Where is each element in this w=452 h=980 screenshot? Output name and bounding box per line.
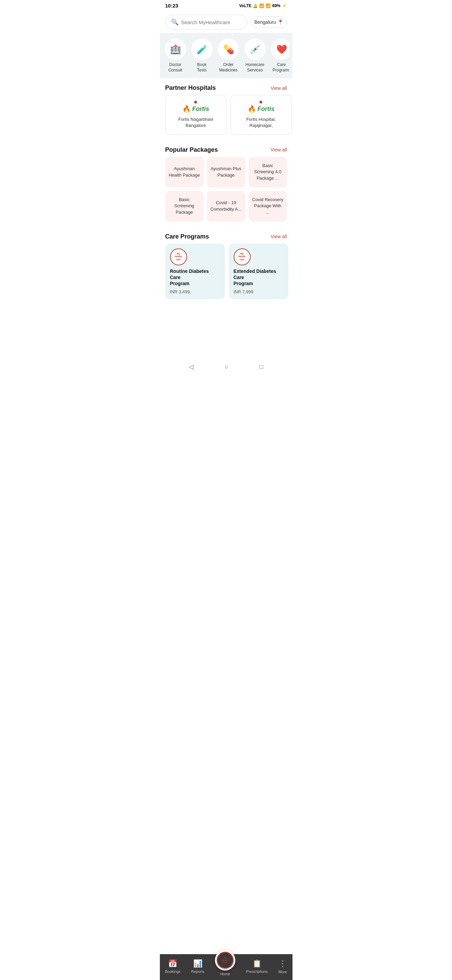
homecare-label: HomecareServices (246, 62, 264, 73)
fortis-brand-1: 🔥 Fortis (182, 105, 209, 113)
location-text: Bengaluru (254, 19, 276, 25)
care-title-routine: Routine Diabetes CareProgram (170, 268, 220, 287)
care-price-extended: INR 7,999 (234, 289, 284, 294)
search-box[interactable]: 🔍 (165, 14, 247, 30)
service-homecare[interactable]: 💉 HomecareServices (243, 38, 267, 73)
care-programs-label: CarePrograms (273, 62, 289, 73)
fortis-text-1: Fortis (192, 105, 209, 113)
system-nav: ◁ ○ □ (160, 359, 292, 377)
hospital-name-2: Fortis Hospital,Rajajinagar, (246, 116, 276, 129)
fortis-brand-2: 🔥 Fortis (247, 105, 274, 113)
popular-packages-view-all[interactable]: View all (271, 147, 287, 153)
hospital-card-fortis-rajajinagar[interactable]: 🔥 Fortis Fortis Hospital,Rajajinagar, (231, 95, 292, 134)
service-doctor-consult[interactable]: 🏥 DoctorConsult (163, 38, 188, 73)
sim-icon: VoLTE (239, 3, 251, 8)
hospitals-scroll: 🔥 Fortis Fortis NagarbhaviBangalore 🔥 Fo… (160, 95, 292, 140)
doctor-consult-label: DoctorConsult (168, 62, 182, 73)
service-order-medicines[interactable]: 💊 OrderMedicines (216, 38, 241, 73)
location-button[interactable]: Bengaluru 📍 (251, 16, 287, 28)
package-name-ayushman-health: AyushmanHealth Package (169, 166, 200, 178)
package-ayushman-health[interactable]: AyushmanHealth Package (165, 157, 204, 188)
fortis-dot-2 (260, 101, 262, 103)
partner-hospitals-title: Partner Hospitals (165, 84, 216, 92)
battery-level: 69% (272, 3, 280, 8)
search-input[interactable] (181, 19, 241, 25)
search-area: 🔍 Bengaluru 📍 (160, 11, 292, 33)
battery-icon: ⚡ (282, 3, 287, 8)
homecare-icon: 💉 (244, 38, 266, 60)
package-covid-19[interactable]: Covid - 19Comorbidity A... (207, 191, 245, 221)
fortis-flame-1: 🔥 (182, 105, 191, 113)
service-care-programs[interactable]: ❤️ CarePrograms (270, 38, 289, 73)
package-basic-screening-40[interactable]: Basic Screening 4.0 Package ... (249, 157, 287, 188)
care-programs-icon: ❤️ (271, 38, 289, 60)
status-icons: VoLTE 🔔 📶 📶 69% ⚡ (239, 3, 287, 8)
order-medicines-label: OrderMedicines (219, 62, 237, 73)
search-icon: 🔍 (171, 18, 179, 26)
partner-hospitals-header: Partner Hospitals View all (160, 78, 292, 95)
partner-hospitals-view-all[interactable]: View all (271, 86, 287, 91)
book-tests-icon: 🧪 (191, 38, 213, 60)
package-basic-screening[interactable]: Basic ScreeningPackage (165, 191, 204, 221)
order-medicines-icon: 💊 (218, 38, 239, 60)
package-name-covid-19: Covid - 19Comorbidity A... (211, 200, 242, 212)
location-icon: 📍 (278, 19, 283, 25)
fortis-logo-1: 🔥 Fortis (182, 101, 209, 113)
package-name-ayushman-plus: Ayushman PlusPackage (211, 166, 241, 178)
care-price-routine: INR 3,499 (170, 289, 220, 294)
care-programs-title: Care Programs (165, 233, 209, 240)
signal-icon: 📶 (266, 3, 271, 8)
fortis-flame-2: 🔥 (247, 105, 256, 113)
package-name-covid-recovery: Covid RecoveryPackage With ... (252, 197, 284, 215)
services-section: 🏥 DoctorConsult 🧪 BookTests 💊 OrderMedic… (160, 33, 292, 78)
hospital-name-1: Fortis NagarbhaviBangalore (178, 116, 213, 129)
main-content: Partner Hospitals View all 🔥 Fortis Fort… (160, 78, 292, 332)
care-logo-extended: MyHealthcare (234, 248, 251, 266)
home-system-button[interactable]: ○ (225, 363, 228, 371)
status-time: 10:23 (165, 3, 178, 8)
doctor-consult-icon: 🏥 (165, 38, 186, 60)
care-card-routine-diabetes[interactable]: MyHealthcare Routine Diabetes CareProgra… (165, 243, 225, 299)
hospital-card-fortis-nagarbhavi[interactable]: 🔥 Fortis Fortis NagarbhaviBangalore (165, 95, 227, 134)
package-covid-recovery[interactable]: Covid RecoveryPackage With ... (249, 191, 287, 221)
fortis-text-2: Fortis (257, 105, 274, 113)
bell-icon: 🔔 (253, 3, 258, 8)
back-button[interactable]: ◁ (189, 363, 193, 371)
care-title-extended: Extended Diabetes CareProgram (234, 268, 284, 287)
package-ayushman-plus[interactable]: Ayushman PlusPackage (207, 157, 245, 188)
care-card-extended-diabetes[interactable]: MyHealthcare Extended Diabetes CareProgr… (229, 243, 289, 299)
wifi-icon: 📶 (259, 3, 264, 8)
popular-packages-title: Popular Packages (165, 146, 218, 153)
care-programs-scroll: MyHealthcare Routine Diabetes CareProgra… (160, 243, 292, 305)
status-bar: 10:23 VoLTE 🔔 📶 📶 69% ⚡ (160, 0, 292, 11)
popular-packages-header: Popular Packages View all (160, 140, 292, 157)
care-programs-header: Care Programs View all (160, 227, 292, 243)
service-book-tests[interactable]: 🧪 BookTests (190, 38, 214, 73)
recent-button[interactable]: □ (260, 363, 263, 371)
services-scroll: 🏥 DoctorConsult 🧪 BookTests 💊 OrderMedic… (163, 38, 289, 73)
fortis-logo-2: 🔥 Fortis (247, 101, 274, 113)
care-programs-view-all[interactable]: View all (271, 234, 287, 239)
fortis-dot-1 (194, 101, 197, 103)
care-logo-routine: MyHealthcare (170, 248, 187, 266)
book-tests-label: BookTests (197, 62, 206, 73)
packages-grid: AyushmanHealth Package Ayushman PlusPack… (160, 157, 292, 227)
package-name-basic-screening-40: Basic Screening 4.0 Package ... (252, 163, 284, 181)
package-name-basic-screening: Basic ScreeningPackage (169, 197, 200, 215)
